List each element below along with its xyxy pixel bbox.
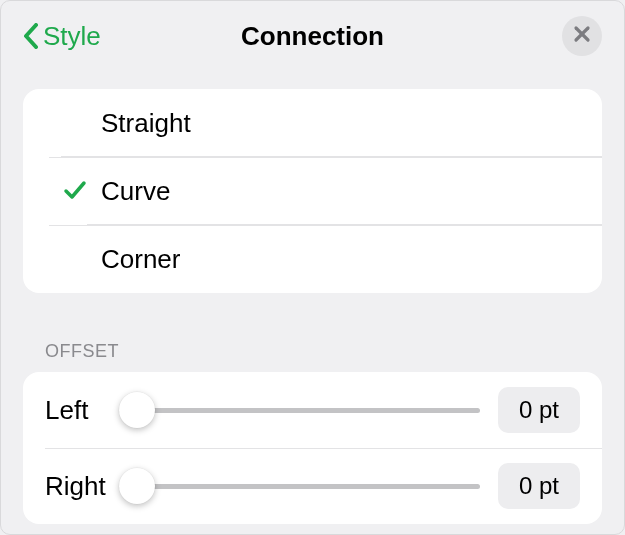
- connection-option-curve[interactable]: Curve: [49, 157, 602, 225]
- offset-left-slider[interactable]: [119, 396, 480, 424]
- check-slot: [23, 177, 101, 207]
- page-title: Connection: [23, 21, 602, 52]
- offset-panel: Left 0 pt Right 0 pt: [23, 372, 602, 524]
- offset-right-slider[interactable]: [119, 472, 480, 500]
- option-label: Corner: [101, 244, 180, 275]
- slider-thumb[interactable]: [119, 468, 155, 504]
- slider-track: [119, 408, 480, 413]
- slider-track: [119, 484, 480, 489]
- close-button[interactable]: [562, 16, 602, 56]
- connection-type-list: Straight Curve Corner: [23, 89, 602, 293]
- offset-right-value[interactable]: 0 pt: [498, 463, 580, 509]
- back-label: Style: [43, 21, 101, 52]
- option-label: Curve: [101, 176, 170, 207]
- chevron-left-icon: [23, 23, 39, 49]
- offset-right-row: Right 0 pt: [23, 448, 602, 524]
- slider-thumb[interactable]: [119, 392, 155, 428]
- header-bar: Style Connection: [23, 1, 602, 71]
- offset-section-header: OFFSET: [45, 341, 602, 362]
- connection-option-straight[interactable]: Straight: [23, 89, 602, 157]
- offset-right-label: Right: [45, 471, 119, 502]
- offset-left-value[interactable]: 0 pt: [498, 387, 580, 433]
- check-icon: [62, 177, 88, 207]
- option-label: Straight: [101, 108, 191, 139]
- offset-left-label: Left: [45, 395, 119, 426]
- connection-option-corner[interactable]: Corner: [49, 225, 602, 293]
- back-button[interactable]: Style: [23, 21, 101, 52]
- close-icon: [573, 25, 591, 47]
- offset-left-row: Left 0 pt: [23, 372, 602, 448]
